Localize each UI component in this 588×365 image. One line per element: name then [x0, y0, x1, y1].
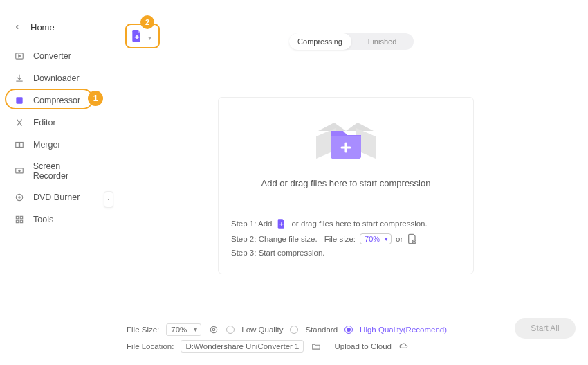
step-2: Step 2: Change file size. File size: 70%… [231, 233, 461, 244]
sidebar-item-screen-recorder[interactable]: Screen Recorder [0, 156, 111, 186]
add-file-icon [276, 218, 287, 229]
compressor-icon [14, 95, 25, 106]
svg-point-12 [19, 197, 20, 198]
tab-finished[interactable]: Finished [351, 33, 414, 50]
filesize-select[interactable]: 70% [166, 323, 201, 336]
sidebar-item-label: Converter [33, 51, 71, 61]
sidebar-item-merger[interactable]: Merger [0, 134, 111, 156]
tools-icon [14, 214, 25, 225]
sidebar-item-label: Merger [33, 140, 61, 150]
svg-point-21 [211, 326, 217, 332]
svg-rect-6 [16, 97, 22, 103]
quality-high-label: High Quality(Recomend) [360, 326, 447, 334]
svg-rect-8 [20, 143, 24, 148]
back-icon[interactable] [14, 22, 21, 33]
quality-low-radio[interactable] [226, 326, 235, 334]
callout-badge-2: 2 [140, 15, 154, 29]
add-file-dropdown[interactable]: ▾ [148, 34, 151, 42]
start-all-button[interactable]: Start All [515, 318, 576, 339]
home-label: Home [30, 22, 55, 33]
svg-rect-14 [20, 216, 23, 219]
sidebar-item-label: Downloader [33, 73, 80, 83]
sidebar-collapse-handle[interactable] [104, 191, 113, 208]
svg-rect-7 [16, 143, 19, 148]
upload-cloud-label: Upload to Cloud [334, 342, 391, 350]
svg-rect-16 [20, 220, 23, 223]
screen-recorder-icon [14, 166, 25, 177]
drop-panel: Add or drag files here to start compress… [218, 97, 474, 274]
sidebar-item-label: Editor [33, 118, 56, 127]
downloader-icon [14, 73, 25, 84]
svg-point-20 [414, 241, 415, 242]
location-select[interactable]: D:\Wondershare UniConverter 1 [181, 340, 304, 353]
step-3: Step 3: Start compression. [231, 249, 461, 257]
step-1-text-b: or drag files here to start compression. [291, 220, 427, 228]
svg-rect-15 [16, 220, 19, 223]
settings-gear-icon[interactable] [208, 324, 219, 335]
steps-panel: Step 1: Add or drag files here to start … [219, 204, 473, 274]
bottom-bar: File Size: 70% Low Quality Standard High… [127, 319, 576, 357]
quality-standard-radio[interactable] [290, 326, 298, 334]
sidebar-item-label: Screen Recorder [33, 161, 97, 181]
step-2-text-a: Step 2: Change file size. [231, 235, 318, 243]
tab-compressing[interactable]: Compressing [289, 33, 351, 50]
dvd-burner-icon [14, 192, 25, 203]
drop-title: Add or drag files here to start compress… [226, 178, 466, 188]
step-percent-select[interactable]: 70% [360, 233, 392, 244]
sidebar-item-label: Tools [33, 215, 53, 224]
add-file-button[interactable] [130, 29, 144, 46]
svg-rect-13 [16, 216, 19, 219]
status-tabs: Compressing Finished [289, 33, 414, 50]
sidebar: Home Converter Downloader Compressor Edi… [0, 0, 111, 365]
step-3-text: Step 3: Start compression. [231, 249, 325, 257]
svg-point-10 [19, 170, 20, 171]
sidebar-item-compressor[interactable]: Compressor [0, 89, 111, 112]
sidebar-item-downloader[interactable]: Downloader [0, 67, 111, 89]
open-folder-icon[interactable] [311, 341, 322, 352]
quality-high-radio[interactable] [344, 326, 353, 334]
sidebar-item-dvd-burner[interactable]: DVD Burner [0, 186, 111, 208]
location-label: File Location: [127, 342, 174, 350]
svg-point-22 [213, 328, 216, 331]
step-1: Step 1: Add or drag files here to start … [231, 218, 461, 229]
filesize-label: File Size: [127, 326, 159, 334]
sidebar-item-converter[interactable]: Converter [0, 45, 111, 67]
svg-marker-5 [19, 55, 21, 57]
home-row[interactable]: Home [0, 19, 111, 45]
sidebar-item-editor[interactable]: Editor [0, 112, 111, 134]
sidebar-item-tools[interactable]: Tools [0, 208, 111, 231]
quality-low-label: Low Quality [241, 326, 283, 334]
converter-icon [14, 51, 25, 62]
folder-plus-icon [308, 116, 384, 164]
file-settings-icon[interactable] [407, 233, 418, 244]
cloud-upload-icon[interactable] [398, 341, 410, 352]
sidebar-item-label: Compressor [33, 96, 80, 105]
editor-icon [14, 117, 25, 128]
drop-zone[interactable]: Add or drag files here to start compress… [219, 98, 473, 204]
step-1-text-a: Step 1: Add [231, 220, 272, 228]
step-2-or: or [396, 235, 403, 243]
merger-icon [14, 139, 25, 150]
svg-point-11 [16, 194, 22, 200]
sidebar-item-label: DVD Burner [33, 193, 80, 202]
step-2-filesize-label: File size: [324, 235, 356, 243]
main-panel: ▾ 2 Compressing Finished Add or drag fil… [114, 0, 588, 365]
quality-standard-label: Standard [305, 326, 338, 334]
